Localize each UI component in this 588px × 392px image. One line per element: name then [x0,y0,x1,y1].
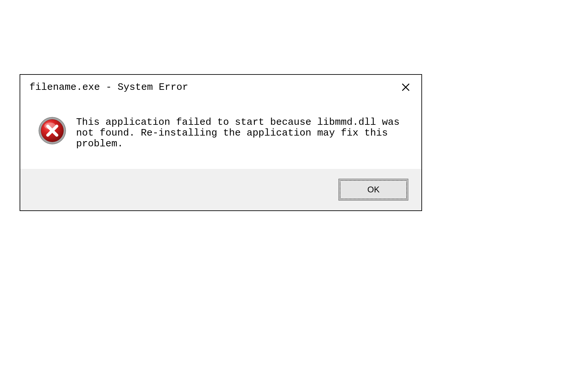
titlebar: filename.exe - System Error [20,75,421,100]
ok-button[interactable]: OK [338,179,408,201]
close-icon [401,83,410,92]
button-row: OK [20,169,421,210]
dialog-title: filename.exe - System Error [29,82,188,93]
error-dialog: filename.exe - System Error [20,74,422,211]
content-area: This application failed to start because… [20,100,421,169]
ok-button-label: OK [340,180,407,199]
error-icon [38,117,66,145]
close-button[interactable] [399,81,412,94]
error-message: This application failed to start because… [76,116,412,149]
